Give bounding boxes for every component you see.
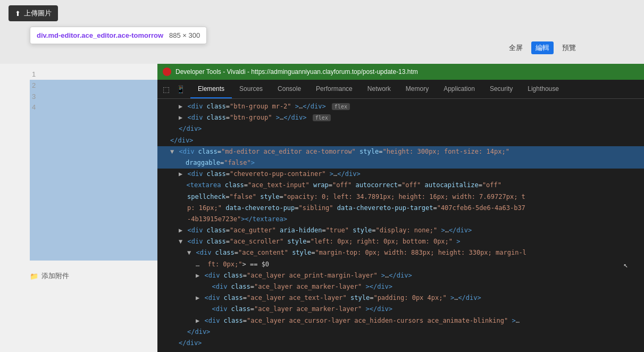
- edit-button[interactable]: 編輯: [531, 41, 554, 54]
- html-line: </div>: [157, 123, 644, 135]
- upload-label: 上傳圖片: [24, 9, 52, 18]
- html-line: <div class="ace_layer ace_marker-layer" …: [157, 281, 644, 292]
- html-line: ▶ <div class="ace_layer ace_print-margin…: [157, 270, 644, 281]
- tab-lighthouse[interactable]: Lighthouse: [520, 80, 566, 98]
- devtools-panel: Developer Tools - Vivaldi - https://admi…: [157, 64, 644, 352]
- html-line: ▶ <div class="ace_gutter" aria-hidden="t…: [157, 225, 644, 236]
- ace-editor-area[interactable]: [30, 80, 157, 261]
- vivaldi-icon: [163, 68, 171, 76]
- tab-icons: ⬚ 📱: [157, 80, 190, 98]
- tab-application[interactable]: Application: [436, 80, 482, 98]
- element-size: 885 × 300: [169, 31, 200, 39]
- html-line: … ft: 0px;"> == $0 ↖: [157, 259, 644, 270]
- html-line: ▶ <div class="chevereto-pup-container" >…: [157, 169, 644, 180]
- upload-icon: ⬆: [15, 10, 21, 18]
- browser-top: ⬆ 上傳圖片 div.md-editor.ace_editor.ace-tomo…: [0, 0, 644, 64]
- html-line: p: 16px;" data-chevereto-pup="sibling" d…: [157, 203, 644, 214]
- html-line: ▶ <div class="ace_layer ace_text-layer" …: [157, 292, 644, 304]
- tab-memory[interactable]: Memory: [398, 80, 436, 98]
- line-numbers: 1 2 3 4: [32, 69, 36, 113]
- html-line: -4b13915e723e"></textarea>: [157, 214, 644, 225]
- html-line: spellcheck="false" style="opacity: 0; le…: [157, 191, 644, 203]
- html-line: </div>: [157, 326, 644, 338]
- inspect-icon-button[interactable]: ⬚: [161, 84, 172, 95]
- devtools-html-content: ▶ <div class="btn-group mr-2" >…</div> f…: [157, 99, 644, 352]
- html-line: ▼ <div class="ace_content" style="margin…: [157, 247, 644, 258]
- html-line-selected-cont[interactable]: draggable="false">: [157, 157, 644, 169]
- add-attachment-label: 添加附件: [41, 271, 69, 281]
- device-icon-button[interactable]: 📱: [174, 84, 187, 95]
- preview-button[interactable]: 預覽: [558, 41, 580, 54]
- html-line: ▶ <div class="btn-group" >…</div> flex: [157, 112, 644, 123]
- tab-network[interactable]: Network: [360, 80, 398, 98]
- html-line: </div>: [157, 135, 644, 146]
- html-line: ▶ <div class="btn-group mr-2" >…</div> f…: [157, 101, 644, 112]
- tab-console[interactable]: Console: [270, 80, 308, 98]
- html-line: <div class="ace_layer ace_marker-layer" …: [157, 304, 644, 315]
- html-line: <textarea class="ace_text-input" wrap="o…: [157, 180, 644, 191]
- element-tooltip: div.md-editor.ace_editor.ace-tomorrow 88…: [30, 27, 207, 44]
- devtools-title: Developer Tools - Vivaldi - https://admi…: [175, 68, 418, 76]
- html-line: ▼ <div class="ace_scroller" style="left:…: [157, 236, 644, 247]
- html-line-selected[interactable]: ▼ <div class="md-editor ace_editor ace-t…: [157, 146, 644, 157]
- tab-sources[interactable]: Sources: [232, 80, 270, 98]
- devtools-titlebar: Developer Tools - Vivaldi - https://admi…: [157, 64, 644, 80]
- html-line: </div>: [157, 338, 644, 349]
- html-line: ▶ <div class="ace_layer ace_cursor-layer…: [157, 315, 644, 326]
- tab-performance[interactable]: Performance: [308, 80, 360, 98]
- fullscreen-button[interactable]: 全屏: [505, 41, 527, 54]
- tab-elements[interactable]: Elements: [190, 80, 232, 98]
- tab-security[interactable]: Security: [482, 80, 520, 98]
- add-attachment-button[interactable]: 📁 添加附件: [30, 271, 69, 281]
- upload-button[interactable]: ⬆ 上傳圖片: [9, 5, 58, 21]
- editor-toolbar: 全屏 編輯 預覽: [505, 41, 580, 54]
- element-selector: div.md-editor.ace_editor.ace-tomorrow: [37, 31, 163, 39]
- devtools-tabs: ⬚ 📱 Elements Sources Console Performance…: [157, 80, 644, 99]
- folder-icon: 📁: [30, 272, 38, 280]
